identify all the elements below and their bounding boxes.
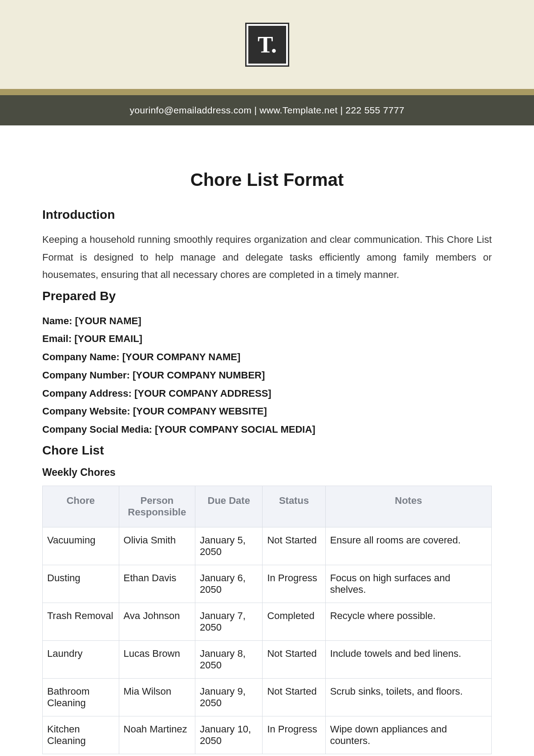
- cell-due: January 7, 2050: [195, 603, 263, 640]
- cell-status: In Progress: [263, 716, 325, 754]
- cell-chore: Bathroom Cleaning: [43, 678, 119, 716]
- cell-person: Ava Johnson: [119, 603, 195, 640]
- chore-list-heading: Chore List: [42, 443, 492, 458]
- gold-divider: [0, 89, 534, 95]
- prepared-by-list: Name: [YOUR NAME] Email: [YOUR EMAIL] Co…: [42, 312, 492, 439]
- field-value: [YOUR COMPANY ADDRESS]: [134, 388, 271, 399]
- field-value: [YOUR COMPANY SOCIAL MEDIA]: [155, 424, 316, 435]
- cell-due: January 8, 2050: [195, 640, 263, 678]
- field-company-number: Company Number: [YOUR COMPANY NUMBER]: [42, 366, 492, 385]
- cell-person: Noah Martinez: [119, 716, 195, 754]
- col-status: Status: [263, 486, 325, 527]
- header-top: T.: [0, 0, 534, 89]
- table-header-row: Chore Person Responsible Due Date Status…: [43, 486, 492, 527]
- cell-notes: Ensure all rooms are covered.: [325, 527, 491, 565]
- cell-notes: Wipe down appliances and counters.: [325, 716, 491, 754]
- field-label: Company Name:: [42, 351, 120, 362]
- logo: T.: [247, 24, 288, 65]
- prepared-by-heading: Prepared By: [42, 289, 492, 303]
- cell-status: Not Started: [263, 640, 325, 678]
- cell-status: Not Started: [263, 527, 325, 565]
- field-company-address: Company Address: [YOUR COMPANY ADDRESS]: [42, 385, 492, 403]
- field-label: Company Address:: [42, 388, 132, 399]
- cell-person: Lucas Brown: [119, 640, 195, 678]
- introduction-text: Keeping a household running smoothly req…: [42, 231, 492, 284]
- cell-person: Ethan Davis: [119, 565, 195, 603]
- table-row: Vacuuming Olivia Smith January 5, 2050 N…: [43, 527, 492, 565]
- cell-due: January 10, 2050: [195, 716, 263, 754]
- field-value: [YOUR COMPANY NUMBER]: [133, 370, 265, 381]
- field-email: Email: [YOUR EMAIL]: [42, 330, 492, 348]
- field-label: Name:: [42, 315, 72, 326]
- cell-status: Completed: [263, 603, 325, 640]
- field-value: [YOUR COMPANY WEBSITE]: [133, 406, 267, 417]
- field-company-name: Company Name: [YOUR COMPANY NAME]: [42, 348, 492, 366]
- field-company-social: Company Social Media: [YOUR COMPANY SOCI…: [42, 421, 492, 439]
- logo-text: T.: [258, 32, 276, 58]
- table-row: Trash Removal Ava Johnson January 7, 205…: [43, 603, 492, 640]
- table-row: Bathroom Cleaning Mia Wilson January 9, …: [43, 678, 492, 716]
- cell-chore: Laundry: [43, 640, 119, 678]
- cell-due: January 9, 2050: [195, 678, 263, 716]
- contact-bar: yourinfo@emailaddress.com | www.Template…: [0, 95, 534, 125]
- field-label: Company Number:: [42, 370, 130, 381]
- table-row: Kitchen Cleaning Noah Martinez January 1…: [43, 716, 492, 754]
- cell-chore: Dusting: [43, 565, 119, 603]
- cell-status: In Progress: [263, 565, 325, 603]
- cell-notes: Focus on high surfaces and shelves.: [325, 565, 491, 603]
- chore-table: Chore Person Responsible Due Date Status…: [42, 486, 492, 754]
- weekly-chores-heading: Weekly Chores: [42, 466, 492, 479]
- col-due-date: Due Date: [195, 486, 263, 527]
- col-notes: Notes: [325, 486, 491, 527]
- field-value: [YOUR EMAIL]: [74, 333, 142, 344]
- field-name: Name: [YOUR NAME]: [42, 312, 492, 330]
- cell-status: Not Started: [263, 678, 325, 716]
- contact-info: yourinfo@emailaddress.com | www.Template…: [129, 105, 404, 115]
- col-person: Person Responsible: [119, 486, 195, 527]
- cell-chore: Kitchen Cleaning: [43, 716, 119, 754]
- page-title: Chore List Format: [42, 170, 492, 190]
- field-label: Company Website:: [42, 406, 130, 417]
- cell-notes: Recycle where possible.: [325, 603, 491, 640]
- cell-due: January 5, 2050: [195, 527, 263, 565]
- introduction-heading: Introduction: [42, 208, 492, 222]
- table-row: Dusting Ethan Davis January 6, 2050 In P…: [43, 565, 492, 603]
- document-body: Chore List Format Introduction Keeping a…: [0, 125, 534, 756]
- table-row: Laundry Lucas Brown January 8, 2050 Not …: [43, 640, 492, 678]
- field-value: [YOUR NAME]: [75, 315, 141, 326]
- col-chore: Chore: [43, 486, 119, 527]
- cell-notes: Scrub sinks, toilets, and floors.: [325, 678, 491, 716]
- cell-person: Olivia Smith: [119, 527, 195, 565]
- field-value: [YOUR COMPANY NAME]: [122, 351, 241, 362]
- cell-chore: Vacuuming: [43, 527, 119, 565]
- cell-notes: Include towels and bed linens.: [325, 640, 491, 678]
- cell-person: Mia Wilson: [119, 678, 195, 716]
- field-company-website: Company Website: [YOUR COMPANY WEBSITE]: [42, 402, 492, 421]
- cell-chore: Trash Removal: [43, 603, 119, 640]
- cell-due: January 6, 2050: [195, 565, 263, 603]
- field-label: Company Social Media:: [42, 424, 152, 435]
- field-label: Email:: [42, 333, 72, 344]
